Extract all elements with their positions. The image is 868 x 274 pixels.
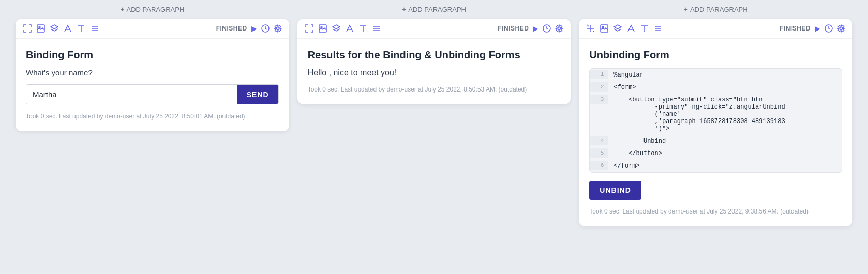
card2-finished-badge: FINISHED — [498, 25, 529, 32]
line-content-4: Unbind — [608, 136, 671, 146]
list-icon[interactable] — [90, 24, 99, 33]
code-line-1: 1 %angular — [590, 69, 842, 81]
card2-toolbar-icons — [305, 24, 498, 33]
card1-input-row: SEND — [26, 84, 279, 104]
top-row: + ADD PARAGRAPH + ADD PARAGRAPH + ADD PA… — [0, 0, 868, 19]
paint-icon-2[interactable] — [345, 24, 354, 33]
card2-body: Results for the Binding & Unbinding Form… — [297, 39, 571, 104]
card1-clock-icon[interactable] — [261, 24, 270, 33]
card1-question: What's your name? — [26, 68, 279, 77]
card1-finished-badge: FINISHED — [216, 25, 247, 32]
expand-icon[interactable] — [23, 24, 32, 33]
line-content-6: </form> — [608, 161, 645, 171]
image-icon[interactable] — [36, 24, 46, 33]
layers-icon[interactable] — [50, 24, 59, 33]
card3-gear-icon[interactable] — [837, 24, 845, 33]
image-icon-2[interactable] — [318, 24, 327, 33]
unbinding-form-card: FINISHED ▶ — [579, 19, 852, 226]
plus-icon-2: + — [402, 5, 406, 13]
page-wrapper: + ADD PARAGRAPH + ADD PARAGRAPH + ADD PA… — [0, 0, 868, 274]
plus-icon-1: + — [120, 5, 124, 13]
card1-toolbar: FINISHED ▶ — [16, 19, 289, 39]
card3-title: Unbinding Form — [589, 49, 842, 61]
card3-toolbar-right: FINISHED ▶ — [780, 24, 845, 33]
svg-marker-13 — [333, 25, 340, 29]
svg-point-10 — [276, 27, 279, 30]
card3-toolbar: FINISHED ▶ — [579, 19, 852, 39]
binding-form-card: FINISHED ▶ — [16, 19, 289, 131]
add-paragraph-bar-1[interactable]: + ADD PARAGRAPH — [16, 0, 289, 19]
card1-toolbar-icons — [23, 24, 216, 33]
card1-name-input[interactable] — [26, 85, 237, 104]
card1-toolbar-right: FINISHED ▶ — [216, 24, 282, 33]
card2-hello: Hello , nice to meet you! — [308, 68, 561, 78]
text-icon-2[interactable] — [358, 24, 368, 33]
card3-play-button[interactable]: ▶ — [815, 24, 820, 33]
card3-finished-badge: FINISHED — [780, 25, 811, 32]
line-content-2: <form> — [608, 82, 641, 93]
card1-gear-icon[interactable] — [274, 24, 282, 33]
code-line-4: 4 Unbind — [590, 135, 842, 147]
card2-toolbar: FINISHED ▶ — [297, 19, 571, 39]
add-paragraph-bar-2[interactable]: + ADD PARAGRAPH — [297, 0, 571, 19]
line-num-4: 4 — [590, 136, 608, 145]
card3-clock-icon[interactable] — [825, 24, 833, 33]
line-content-3: <button type="submit" class="btn btn -pr… — [608, 95, 790, 134]
svg-line-25 — [593, 31, 594, 32]
list-icon-2[interactable] — [372, 24, 381, 33]
svg-line-24 — [587, 25, 589, 26]
expand-icon-2[interactable] — [305, 24, 314, 33]
card2-play-button[interactable]: ▶ — [533, 24, 538, 33]
list-icon-3[interactable] — [653, 24, 663, 33]
layers-icon-3[interactable] — [613, 24, 622, 33]
card1-title: Binding Form — [26, 49, 279, 61]
line-content-1: %angular — [608, 70, 649, 80]
text-icon-3[interactable] — [640, 24, 649, 33]
add-paragraph-bar-3[interactable]: + ADD PARAGRAPH — [579, 0, 852, 19]
code-line-5: 5 </button> — [590, 147, 842, 160]
add-paragraph-label-2: ADD PARAGRAPH — [408, 6, 466, 13]
line-content-5: </button> — [608, 148, 667, 159]
card3-body: Unbinding Form 1 %angular 2 <form> 3 <bu… — [579, 39, 852, 226]
paint-icon[interactable] — [63, 24, 72, 33]
code-block: 1 %angular 2 <form> 3 <button type="subm… — [589, 68, 842, 173]
line-num-2: 2 — [590, 82, 608, 92]
add-paragraph-label-3: ADD PARAGRAPH — [690, 6, 748, 13]
card3-meta: Took 0 sec. Last updated by demo-user at… — [589, 207, 842, 216]
card2-meta: Took 0 sec. Last updated by demo-user at… — [308, 85, 561, 94]
cards-row: FINISHED ▶ — [0, 19, 868, 242]
code-line-2: 2 <form> — [590, 81, 842, 94]
svg-point-36 — [840, 27, 843, 30]
line-num-3: 3 — [590, 95, 608, 104]
line-num-1: 1 — [590, 70, 608, 79]
plus-icon-3: + — [684, 5, 688, 13]
unbind-button[interactable]: UNBIND — [589, 181, 641, 200]
card2-gear-icon[interactable] — [555, 24, 563, 33]
line-num-5: 5 — [590, 148, 608, 158]
svg-marker-2 — [51, 25, 58, 29]
code-line-6: 6 </form> — [590, 160, 842, 172]
card1-play-button[interactable]: ▶ — [251, 24, 257, 33]
results-card: FINISHED ▶ — [297, 19, 571, 104]
card2-title: Results for the Binding & Unbinding Form… — [308, 49, 561, 61]
svg-marker-28 — [614, 25, 621, 29]
paint-icon-3[interactable] — [626, 24, 636, 33]
line-num-6: 6 — [590, 161, 608, 170]
card1-body: Binding Form What's your name? SEND Took… — [16, 39, 289, 131]
card3-toolbar-icons — [586, 24, 780, 33]
expand-icon-3[interactable] — [586, 24, 595, 33]
add-paragraph-label-1: ADD PARAGRAPH — [127, 6, 185, 13]
image-icon-3[interactable] — [600, 24, 609, 33]
card2-clock-icon[interactable] — [543, 24, 551, 33]
card1-meta: Took 0 sec. Last updated by demo-user at… — [26, 112, 279, 121]
card1-send-button[interactable]: SEND — [237, 85, 278, 104]
code-line-3: 3 <button type="submit" class="btn btn -… — [590, 94, 842, 135]
layers-icon-2[interactable] — [332, 24, 341, 33]
card2-toolbar-right: FINISHED ▶ — [498, 24, 563, 33]
text-icon[interactable] — [77, 24, 86, 33]
svg-point-21 — [558, 27, 561, 30]
